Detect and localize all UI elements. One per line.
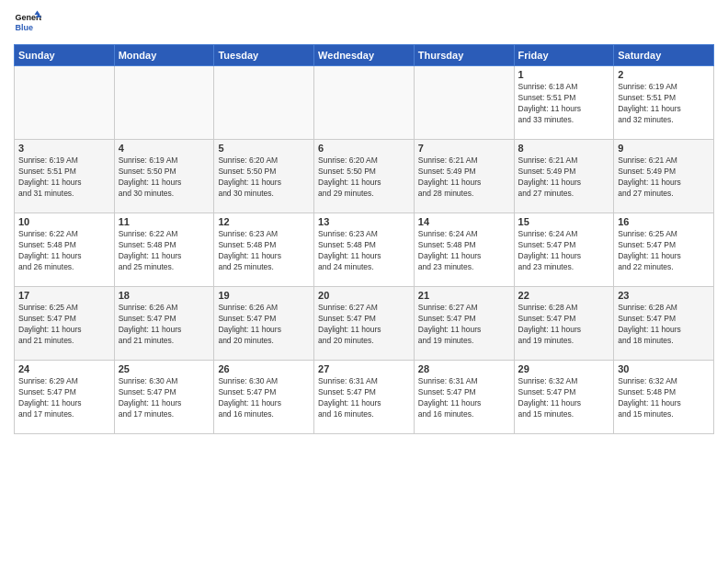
day-cell: 19Sunrise: 6:26 AM Sunset: 5:47 PM Dayli…: [214, 287, 314, 361]
day-number: 18: [119, 290, 210, 301]
day-info: Sunrise: 6:23 AM Sunset: 5:48 PM Dayligh…: [218, 229, 310, 273]
day-number: 24: [18, 363, 110, 374]
day-cell: 25Sunrise: 6:30 AM Sunset: 5:47 PM Dayli…: [114, 361, 214, 434]
day-info: Sunrise: 6:26 AM Sunset: 5:47 PM Dayligh…: [218, 303, 310, 347]
day-number: 1: [518, 69, 610, 80]
day-cell: 27Sunrise: 6:31 AM Sunset: 5:47 PM Dayli…: [314, 361, 415, 434]
day-number: 7: [418, 143, 510, 154]
day-info: Sunrise: 6:31 AM Sunset: 5:47 PM Dayligh…: [318, 376, 410, 420]
col-header-monday: Monday: [114, 45, 214, 66]
day-info: Sunrise: 6:21 AM Sunset: 5:49 PM Dayligh…: [618, 155, 710, 200]
col-header-thursday: Thursday: [414, 45, 514, 66]
day-info: Sunrise: 6:31 AM Sunset: 5:47 PM Dayligh…: [418, 376, 510, 420]
logo-icon: General Blue: [14, 9, 41, 37]
day-cell: [214, 66, 314, 140]
day-cell: 16Sunrise: 6:25 AM Sunset: 5:47 PM Dayli…: [614, 213, 714, 287]
day-number: 13: [318, 216, 410, 227]
day-info: Sunrise: 6:26 AM Sunset: 5:47 PM Dayligh…: [119, 303, 210, 347]
day-info: Sunrise: 6:19 AM Sunset: 5:51 PM Dayligh…: [18, 155, 110, 200]
day-info: Sunrise: 6:32 AM Sunset: 5:48 PM Dayligh…: [618, 376, 710, 420]
day-info: Sunrise: 6:21 AM Sunset: 5:49 PM Dayligh…: [418, 155, 510, 200]
day-info: Sunrise: 6:19 AM Sunset: 5:50 PM Dayligh…: [119, 155, 210, 200]
day-cell: 7Sunrise: 6:21 AM Sunset: 5:49 PM Daylig…: [414, 140, 514, 213]
week-row-5: 24Sunrise: 6:29 AM Sunset: 5:47 PM Dayli…: [15, 361, 714, 434]
day-info: Sunrise: 6:29 AM Sunset: 5:47 PM Dayligh…: [18, 376, 110, 420]
day-number: 19: [218, 290, 310, 301]
day-cell: 30Sunrise: 6:32 AM Sunset: 5:48 PM Dayli…: [614, 361, 714, 434]
day-cell: 6Sunrise: 6:20 AM Sunset: 5:50 PM Daylig…: [314, 140, 415, 213]
day-number: 30: [618, 363, 710, 374]
day-cell: 12Sunrise: 6:23 AM Sunset: 5:48 PM Dayli…: [214, 213, 314, 287]
day-number: 20: [318, 290, 410, 301]
day-info: Sunrise: 6:20 AM Sunset: 5:50 PM Dayligh…: [218, 155, 310, 200]
day-info: Sunrise: 6:20 AM Sunset: 5:50 PM Dayligh…: [318, 155, 410, 200]
day-number: 29: [518, 363, 610, 374]
day-number: 16: [618, 216, 710, 227]
day-number: 27: [318, 363, 410, 374]
day-cell: 21Sunrise: 6:27 AM Sunset: 5:47 PM Dayli…: [414, 287, 514, 361]
day-cell: 5Sunrise: 6:20 AM Sunset: 5:50 PM Daylig…: [214, 140, 314, 213]
day-info: Sunrise: 6:27 AM Sunset: 5:47 PM Dayligh…: [418, 303, 510, 347]
week-row-2: 3Sunrise: 6:19 AM Sunset: 5:51 PM Daylig…: [15, 140, 714, 213]
day-info: Sunrise: 6:27 AM Sunset: 5:47 PM Dayligh…: [318, 303, 410, 347]
day-number: 14: [418, 216, 510, 227]
day-info: Sunrise: 6:19 AM Sunset: 5:51 PM Dayligh…: [618, 82, 710, 126]
page-container: General Blue SundayMondayTuesdayWednesda…: [0, 0, 728, 443]
day-cell: 9Sunrise: 6:21 AM Sunset: 5:49 PM Daylig…: [614, 140, 714, 213]
day-info: Sunrise: 6:21 AM Sunset: 5:49 PM Dayligh…: [518, 155, 610, 200]
day-number: 5: [218, 143, 310, 154]
calendar-header-row: SundayMondayTuesdayWednesdayThursdayFrid…: [15, 45, 714, 66]
day-number: 11: [119, 216, 210, 227]
week-row-3: 10Sunrise: 6:22 AM Sunset: 5:48 PM Dayli…: [15, 213, 714, 287]
day-number: 22: [518, 290, 610, 301]
day-info: Sunrise: 6:28 AM Sunset: 5:47 PM Dayligh…: [518, 303, 610, 347]
day-number: 21: [418, 290, 510, 301]
day-cell: 17Sunrise: 6:25 AM Sunset: 5:47 PM Dayli…: [15, 287, 115, 361]
day-info: Sunrise: 6:28 AM Sunset: 5:47 PM Dayligh…: [618, 303, 710, 347]
day-cell: 2Sunrise: 6:19 AM Sunset: 5:51 PM Daylig…: [614, 66, 714, 140]
day-info: Sunrise: 6:25 AM Sunset: 5:47 PM Dayligh…: [18, 303, 110, 347]
week-row-4: 17Sunrise: 6:25 AM Sunset: 5:47 PM Dayli…: [15, 287, 714, 361]
day-cell: 8Sunrise: 6:21 AM Sunset: 5:49 PM Daylig…: [514, 140, 614, 213]
day-number: 8: [518, 143, 610, 154]
day-info: Sunrise: 6:23 AM Sunset: 5:48 PM Dayligh…: [318, 229, 410, 273]
day-info: Sunrise: 6:22 AM Sunset: 5:48 PM Dayligh…: [119, 229, 210, 273]
day-cell: 28Sunrise: 6:31 AM Sunset: 5:47 PM Dayli…: [414, 361, 514, 434]
day-number: 17: [18, 290, 110, 301]
day-cell: [114, 66, 214, 140]
day-number: 28: [418, 363, 510, 374]
day-number: 15: [518, 216, 610, 227]
header: General Blue: [14, 9, 714, 37]
day-info: Sunrise: 6:32 AM Sunset: 5:47 PM Dayligh…: [518, 376, 610, 420]
day-cell: 11Sunrise: 6:22 AM Sunset: 5:48 PM Dayli…: [114, 213, 214, 287]
day-cell: 20Sunrise: 6:27 AM Sunset: 5:47 PM Dayli…: [314, 287, 415, 361]
day-cell: 23Sunrise: 6:28 AM Sunset: 5:47 PM Dayli…: [614, 287, 714, 361]
day-number: 12: [218, 216, 310, 227]
col-header-sunday: Sunday: [15, 45, 115, 66]
day-number: 25: [119, 363, 210, 374]
col-header-tuesday: Tuesday: [214, 45, 314, 66]
day-cell: 26Sunrise: 6:30 AM Sunset: 5:47 PM Dayli…: [214, 361, 314, 434]
day-number: 26: [218, 363, 310, 374]
day-number: 10: [18, 216, 110, 227]
day-info: Sunrise: 6:24 AM Sunset: 5:47 PM Dayligh…: [518, 229, 610, 273]
day-number: 2: [618, 69, 710, 80]
day-cell: 29Sunrise: 6:32 AM Sunset: 5:47 PM Dayli…: [514, 361, 614, 434]
day-cell: 15Sunrise: 6:24 AM Sunset: 5:47 PM Dayli…: [514, 213, 614, 287]
calendar-body: 1Sunrise: 6:18 AM Sunset: 5:51 PM Daylig…: [15, 66, 714, 434]
svg-text:Blue: Blue: [16, 23, 34, 32]
day-cell: 3Sunrise: 6:19 AM Sunset: 5:51 PM Daylig…: [15, 140, 115, 213]
day-number: 3: [18, 143, 110, 154]
col-header-saturday: Saturday: [614, 45, 714, 66]
day-cell: 18Sunrise: 6:26 AM Sunset: 5:47 PM Dayli…: [114, 287, 214, 361]
day-cell: 14Sunrise: 6:24 AM Sunset: 5:48 PM Dayli…: [414, 213, 514, 287]
col-header-wednesday: Wednesday: [314, 45, 415, 66]
day-number: 23: [618, 290, 710, 301]
day-info: Sunrise: 6:22 AM Sunset: 5:48 PM Dayligh…: [18, 229, 110, 273]
day-number: 6: [318, 143, 410, 154]
day-info: Sunrise: 6:24 AM Sunset: 5:48 PM Dayligh…: [418, 229, 510, 273]
day-number: 9: [618, 143, 710, 154]
day-cell: 10Sunrise: 6:22 AM Sunset: 5:48 PM Dayli…: [15, 213, 115, 287]
day-number: 4: [119, 143, 210, 154]
day-cell: 13Sunrise: 6:23 AM Sunset: 5:48 PM Dayli…: [314, 213, 415, 287]
